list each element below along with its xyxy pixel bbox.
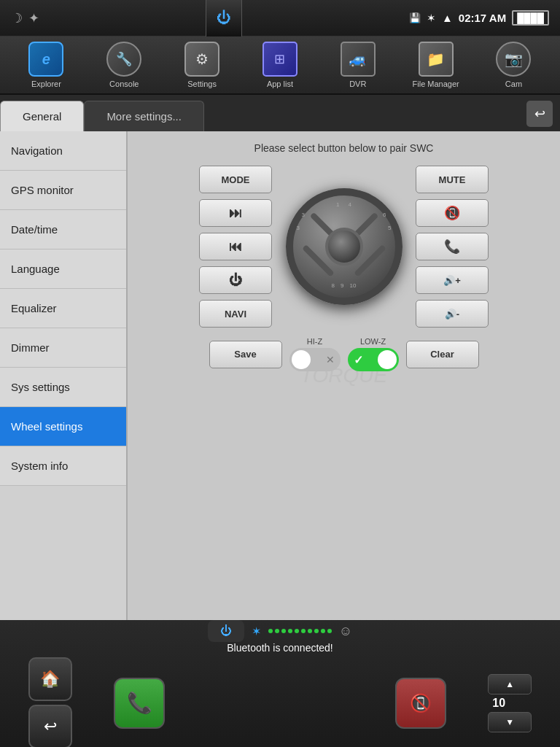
nav-dvr[interactable]: 🚙 DVR: [329, 42, 387, 88]
mode-button[interactable]: MODE: [199, 166, 272, 193]
nav-settings-label: Settings: [187, 80, 217, 88]
steering-wheel: 14 3 6 3 5 8910: [286, 188, 402, 305]
nav-applist[interactable]: ⊞ App list: [251, 42, 309, 88]
nav-applist-label: App list: [267, 80, 293, 88]
nav-filemanager[interactable]: 📁 File Manager: [407, 42, 465, 88]
sidebar-item-wheel-settings[interactable]: Wheel settings: [0, 407, 126, 446]
sidebar-item-gps-monitor[interactable]: GPS monitor: [0, 171, 126, 210]
wifi-icon: ▲: [442, 12, 453, 24]
nav-cam[interactable]: 📷 Cam: [484, 42, 542, 88]
moon-icon: ☽: [11, 10, 23, 26]
top-nav: e Explorer 🔧 Console ⚙ Settings ⊞ App li…: [0, 36, 560, 95]
bt-dots: [268, 629, 332, 633]
answer-call-button[interactable]: 📞: [416, 233, 489, 260]
sidebar-item-system-info[interactable]: System info: [0, 446, 126, 486]
vol-up-button[interactable]: 🔊+: [416, 266, 489, 294]
nav-settings[interactable]: ⚙ Settings: [173, 42, 231, 88]
back-button[interactable]: ↩: [526, 101, 553, 127]
sidebar-item-navigation[interactable]: Navigation: [0, 131, 126, 171]
home-button[interactable]: 🏠: [28, 657, 72, 701]
back-nav-button[interactable]: ↩: [28, 705, 72, 747]
low-z-toggle[interactable]: ✓: [348, 348, 399, 371]
tab-bar: General More settings... ↩: [0, 95, 560, 131]
bottom-buttons: 🏠 ↩ 📞 📵 ▲ 10 ▼: [0, 657, 560, 747]
settings-panel: TORQUE Please select button below to pai…: [128, 131, 560, 620]
battery-icon: ████: [512, 10, 549, 26]
time-display: 02:17 AM: [459, 12, 506, 24]
bottom-status: ⏻ ✶ ☺: [0, 620, 560, 642]
center-power-button[interactable]: ⏻: [208, 620, 244, 642]
status-left: ☽ ✦: [11, 10, 39, 26]
status-bar: ☽ ✦ ⏻ 💾 ✶ ▲ 02:17 AM ████: [0, 0, 560, 36]
status-right: 💾 ✶ ▲ 02:17 AM ████: [409, 10, 549, 26]
answer-phone-button[interactable]: 📞: [114, 678, 165, 729]
nav-cam-label: Cam: [505, 80, 522, 88]
nav-console[interactable]: 🔧 Console: [95, 42, 153, 88]
sidebar: Navigation GPS monitor Date/time Languag…: [0, 131, 128, 620]
next-track-button[interactable]: ⏭: [199, 199, 272, 227]
hi-z-label: HI-Z: [307, 337, 322, 346]
nav-explorer-label: Explorer: [31, 80, 61, 88]
bluetooth-status-icon: ✶: [252, 624, 261, 638]
settings-status-icon: ✦: [28, 10, 39, 26]
prev-track-button[interactable]: ⏮: [199, 233, 272, 260]
volume-group: ▲ 10 ▼: [488, 674, 532, 732]
bluetooth-icon: ✶: [427, 12, 436, 25]
tab-more-settings[interactable]: More settings...: [84, 101, 204, 131]
nav-filemanager-label: File Manager: [413, 80, 459, 88]
vol-down-btn[interactable]: ▼: [488, 712, 532, 732]
bottom-bar: ⏻ ✶ ☺ Bluetooth is connected! 🏠 ↩ 📞 📵 ▲ …: [0, 620, 560, 747]
save-button[interactable]: Save: [209, 341, 282, 368]
main-content: Navigation GPS monitor Date/time Languag…: [0, 131, 560, 620]
power-button[interactable]: ⏻: [206, 0, 242, 36]
vol-down-button[interactable]: 🔊-: [416, 300, 489, 328]
bluetooth-status-text: Bluetooth is connected!: [227, 642, 333, 654]
clear-button[interactable]: Clear: [406, 341, 479, 368]
end-call-button[interactable]: 📵: [416, 199, 489, 227]
smiley-icon: ☺: [339, 624, 352, 639]
navi-button[interactable]: NAVI: [199, 300, 272, 328]
swc-title: Please select button below to pair SWC: [254, 142, 434, 154]
sidebar-item-equalizer[interactable]: Equalizer: [0, 289, 126, 328]
tab-general[interactable]: General: [0, 101, 84, 131]
end-phone-button[interactable]: 📵: [395, 678, 446, 729]
memory-icon: 💾: [409, 12, 421, 23]
home-back-group: 🏠 ↩: [28, 657, 72, 747]
nav-explorer[interactable]: e Explorer: [17, 42, 75, 88]
nav-console-label: Console: [109, 80, 139, 88]
vol-up-btn[interactable]: ▲: [488, 674, 532, 694]
low-z-label: LOW-Z: [360, 337, 386, 346]
sidebar-item-sys-settings[interactable]: Sys settings: [0, 368, 126, 407]
nav-dvr-label: DVR: [349, 80, 366, 88]
sidebar-item-language[interactable]: Language: [0, 249, 126, 289]
sidebar-item-datetime[interactable]: Date/time: [0, 210, 126, 249]
sidebar-item-dimmer[interactable]: Dimmer: [0, 328, 126, 368]
volume-display: 10: [488, 697, 510, 710]
mute-button[interactable]: MUTE: [416, 166, 489, 193]
hi-z-toggle[interactable]: ✕: [289, 348, 341, 371]
power-swc-button[interactable]: ⏻: [199, 266, 272, 294]
